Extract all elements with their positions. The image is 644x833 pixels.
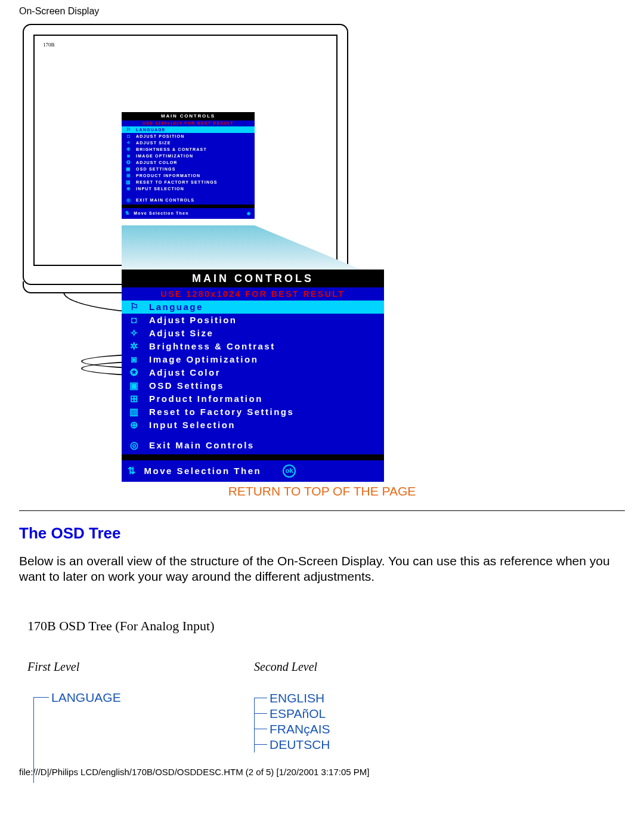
osd-item-exit-main-controls: ◎EXIT MAIN CONTROLS <box>122 197 255 203</box>
menu-item-label: INPUT SELECTION <box>132 185 184 192</box>
menu-item-icon: ⊞ <box>128 392 142 405</box>
menu-item-label: Exit Main Controls <box>142 439 255 452</box>
osd-item-input-selection: ⊕INPUT SELECTION <box>122 185 255 192</box>
osd-item-adjust-color: ✪Adjust Color <box>122 366 384 379</box>
osd-footer-text: Move Selection Then <box>137 460 262 482</box>
osd-item-product-information: ⊞PRODUCT INFORMATION <box>122 172 255 179</box>
menu-item-icon: ◎ <box>128 439 142 452</box>
monitor-illustration: 170B MAIN CONTROLS USE 1280x1024 FOR BES… <box>19 20 625 479</box>
osd-item-adjust-size: ✧Adjust Size <box>122 327 384 340</box>
menu-item-icon: ✧ <box>128 327 142 340</box>
menu-item-label: Brightness & Contrast <box>142 340 275 353</box>
menu-item-icon: ◙ <box>125 153 132 159</box>
tree-l2-deutsch: DEUTSCH <box>254 737 330 753</box>
osd-item-adjust-position: ◘Adjust Position <box>122 314 384 327</box>
menu-item-icon: ▣ <box>128 379 142 392</box>
tree-col1-header: First Level <box>27 660 254 674</box>
tree-l1-language: LANGUAGE <box>51 690 121 705</box>
menu-item-icon: ✪ <box>125 159 132 166</box>
osd-title: MAIN CONTROLS <box>122 270 384 287</box>
menu-item-label: OSD SETTINGS <box>132 166 176 172</box>
menu-item-icon: ▣ <box>125 166 132 172</box>
section-paragraph: Below is an overall view of the structur… <box>19 553 625 585</box>
menu-item-icon: ✧ <box>125 140 132 146</box>
menu-item-label: Adjust Size <box>142 327 213 340</box>
menu-item-label: Image Optimization <box>142 353 258 366</box>
move-selection-icon: ⇅ <box>128 460 137 482</box>
osd-item-image-optimization: ◙IMAGE OPTIMIZATION <box>122 153 255 159</box>
menu-item-icon: ⊕ <box>128 419 142 432</box>
tree-col2-header: Second Level <box>254 660 317 674</box>
menu-item-label: IMAGE OPTIMIZATION <box>132 153 193 159</box>
menu-item-icon: ✪ <box>128 366 142 379</box>
menu-item-label: BRIGHTNESS & CONTRAST <box>132 146 207 153</box>
menu-item-label: LANGUAGE <box>132 126 166 133</box>
menu-item-icon: ◘ <box>128 314 142 327</box>
osd-item-brightness-contrast: ✲Brightness & Contrast <box>122 340 384 353</box>
tree-l2-español: ESPAñOL <box>254 706 330 721</box>
return-to-top-link[interactable]: RETURN TO TOP OF THE PAGE <box>228 484 416 498</box>
osd-item-language: ⚐LANGUAGE <box>122 126 255 133</box>
menu-item-icon: ◙ <box>128 353 142 366</box>
menu-item-label: OSD Settings <box>142 379 224 392</box>
tree-l2-français: FRANçAIS <box>254 721 330 737</box>
tree-l2-label: DEUTSCH <box>270 738 330 752</box>
menu-item-label: ADJUST SIZE <box>132 140 171 146</box>
ok-icon: ok <box>283 465 296 478</box>
menu-item-label: ADJUST POSITION <box>132 133 184 140</box>
osd-item-adjust-position: ◘ADJUST POSITION <box>122 133 255 140</box>
osd-item-brightness-contrast: ✲BRIGHTNESS & CONTRAST <box>122 146 255 153</box>
menu-item-icon: ⊕ <box>125 185 132 192</box>
tree-l2-english: ENGLISH <box>254 690 330 706</box>
page-footer-path: file:///D|/Philips LCD/english/170B/OSD/… <box>0 753 644 783</box>
menu-item-icon: ▥ <box>128 405 142 419</box>
osd-item-adjust-size: ✧ADJUST SIZE <box>122 140 255 146</box>
page-header: On-Screen Display <box>19 6 625 17</box>
menu-item-icon: ⚐ <box>125 126 132 133</box>
tree-title: 170B OSD Tree (For Analog Input) <box>27 618 625 634</box>
menu-item-label: PRODUCT INFORMATION <box>132 172 200 179</box>
osd-footer-text: Move Selection Then <box>130 208 188 219</box>
osd-thumbnail: MAIN CONTROLS USE 1280x1024 FOR BEST RES… <box>122 112 255 219</box>
tree-l2-label: ENGLISH <box>270 691 324 705</box>
menu-item-icon: ◎ <box>125 197 132 203</box>
menu-item-label: ADJUST COLOR <box>132 159 178 166</box>
osd-item-adjust-color: ✪ADJUST COLOR <box>122 159 255 166</box>
menu-item-label: EXIT MAIN CONTROLS <box>132 197 194 203</box>
menu-item-label: Input Selection <box>142 419 236 432</box>
osd-item-image-optimization: ◙Image Optimization <box>122 353 384 366</box>
menu-item-label: RESET TO FACTORY SETTINGS <box>132 179 218 185</box>
menu-item-label: Reset to Factory Settings <box>142 405 294 419</box>
osd-item-language: ⚐Language <box>122 301 384 314</box>
osd-item-reset-to-factory-settings: ▥Reset to Factory Settings <box>122 405 384 419</box>
tree-l2-label: FRANçAIS <box>270 722 330 736</box>
section-heading: The OSD Tree <box>19 524 625 543</box>
menu-item-label: Adjust Color <box>142 366 221 379</box>
osd-item-reset-to-factory-settings: ▥RESET TO FACTORY SETTINGS <box>122 179 255 185</box>
tree-l2-label: ESPAñOL <box>270 707 326 721</box>
menu-item-label: Adjust Position <box>142 314 237 327</box>
monitor-brand: 170B <box>43 42 55 48</box>
osd-item-osd-settings: ▣OSD SETTINGS <box>122 166 255 172</box>
osd-subtitle: USE 1280x1024 FOR BEST RESULT <box>122 287 384 301</box>
osd-item-exit-main-controls: ◎Exit Main Controls <box>122 439 384 452</box>
osd-subtitle: USE 1280x1024 FOR BEST RESULT <box>122 120 255 126</box>
menu-item-icon: ⊞ <box>125 172 132 179</box>
menu-item-icon: ▥ <box>125 179 132 185</box>
divider <box>19 510 625 511</box>
osd-item-osd-settings: ▣OSD Settings <box>122 379 384 392</box>
osd-item-input-selection: ⊕Input Selection <box>122 419 384 432</box>
osd-enlarged: MAIN CONTROLS USE 1280x1024 FOR BEST RES… <box>122 270 384 482</box>
menu-item-icon: ✲ <box>125 146 132 153</box>
menu-item-icon: ⚐ <box>128 301 142 314</box>
menu-item-label: Product Information <box>142 392 263 405</box>
ok-icon: ◉ <box>247 208 251 219</box>
menu-item-icon: ✲ <box>128 340 142 353</box>
osd-title: MAIN CONTROLS <box>122 112 255 120</box>
move-selection-icon: ⇅ <box>125 208 130 219</box>
menu-item-label: Language <box>142 301 203 314</box>
osd-item-product-information: ⊞Product Information <box>122 392 384 405</box>
menu-item-icon: ◘ <box>125 133 132 140</box>
